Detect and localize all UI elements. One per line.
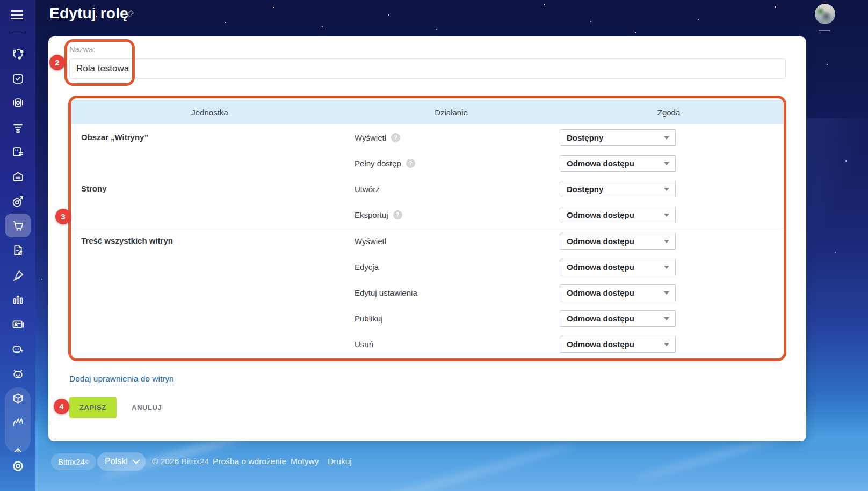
marketing-target-icon <box>11 194 25 209</box>
permission-row: Publikuj Odmowa dostępu <box>349 305 784 331</box>
save-button[interactable]: ZAPISZ <box>69 397 117 418</box>
brand-mark: © <box>85 459 89 465</box>
pin-icon[interactable] <box>124 9 135 20</box>
sidebar-item-marketing[interactable] <box>7 190 28 212</box>
permission-row: Pełny dostęp? Odmowa dostępu <box>349 150 784 176</box>
sidebar-item-marketplace[interactable] <box>7 387 28 409</box>
chevron-down-icon <box>664 291 669 295</box>
sidebar-item-contact-center[interactable] <box>7 313 28 335</box>
sidebar-group-apps <box>5 387 31 452</box>
chevron-down-icon <box>664 214 669 217</box>
name-label: Nazwa: <box>69 45 95 54</box>
footer-link-implementation[interactable]: Prośba o wdrożenie <box>213 457 286 466</box>
permission-value: Dostępny <box>567 133 603 142</box>
action-label: Utwórz <box>355 185 380 194</box>
sidebar-item-storage[interactable] <box>7 166 28 187</box>
sidebar <box>0 0 35 491</box>
permission-value: Odmowa dostępu <box>567 210 634 219</box>
permission-row: Edycja Odmowa dostępu <box>349 254 784 280</box>
wave-streak <box>358 440 577 491</box>
document-edit-icon <box>11 243 25 258</box>
chevron-down-icon <box>664 136 669 140</box>
scribble-icon <box>11 415 25 430</box>
sidebar-item-planner[interactable] <box>7 141 28 162</box>
sidebar-item-tasks[interactable] <box>7 68 28 89</box>
chevron-down-icon <box>664 317 669 320</box>
footer-link-themes[interactable]: Motywy <box>291 457 319 466</box>
permission-select[interactable]: Odmowa dostępu <box>560 336 676 353</box>
permission-select[interactable]: Dostępny <box>560 129 676 146</box>
column-header-unit: Jednostka <box>70 108 349 117</box>
permission-value: Odmowa dostępu <box>567 159 634 168</box>
permission-select[interactable]: Dostępny <box>560 181 676 197</box>
sidebar-item-documents[interactable] <box>7 239 28 261</box>
sidebar-item-more[interactable] <box>7 436 28 452</box>
avatar-underline <box>819 30 830 31</box>
robot-icon <box>11 367 25 381</box>
crm-funnel-icon <box>11 120 25 135</box>
brand-label: Bitrix24 <box>58 457 85 466</box>
edit-role-panel: Nazwa: Jednostka Działanie Zgoda Obszar … <box>48 36 806 441</box>
sidebar-item-store[interactable] <box>7 215 28 236</box>
permission-row: Edytuj ustawienia Odmowa dostępu <box>349 280 784 305</box>
footer-link-print[interactable]: Drukuj <box>328 457 352 466</box>
table-header-row: Jednostka Działanie Zgoda <box>70 100 784 124</box>
footer-brand-pill[interactable]: Bitrix24© <box>51 453 96 470</box>
chevron-down-icon <box>664 162 669 165</box>
permission-row: Wyświetl Odmowa dostępu <box>349 228 784 254</box>
permission-select[interactable]: Odmowa dostępu <box>560 310 676 327</box>
action-label: Publikuj <box>355 314 383 323</box>
permission-group: Obszar „Witryny” Wyświetl? Dostępny Pełn… <box>70 124 784 176</box>
permission-row: Utwórz Dostępny <box>349 176 784 202</box>
network-share-icon <box>11 47 25 61</box>
annotation-badge-3: 3 <box>55 209 71 224</box>
permissions-table: Jednostka Działanie Zgoda Obszar „Witryn… <box>70 100 784 357</box>
sidebar-item-collab[interactable] <box>7 92 28 113</box>
permission-select[interactable]: Odmowa dostępu <box>560 155 676 172</box>
bar-chart-icon <box>11 292 25 307</box>
user-avatar[interactable] <box>815 4 835 24</box>
help-icon[interactable]: ? <box>391 133 400 142</box>
menu-icon[interactable] <box>11 10 23 19</box>
annotation-badge-4: 4 <box>54 399 69 414</box>
sidebar-item-analytics[interactable] <box>7 289 28 310</box>
language-selector[interactable]: Polski <box>97 452 146 471</box>
permission-group: Treść wszystkich witryn Wyświetl Odmowa … <box>70 228 784 357</box>
page-title: Edytuj rolę <box>49 5 128 22</box>
contact-card-icon <box>11 317 25 332</box>
planner-icon <box>11 144 25 159</box>
sidebar-item-bots[interactable] <box>7 363 28 384</box>
sidebar-item-ai[interactable] <box>7 338 28 360</box>
sidebar-item-workflows[interactable] <box>7 412 28 433</box>
chevron-down-icon <box>664 343 669 346</box>
unit-label: Strony <box>81 184 107 193</box>
tasks-check-icon <box>11 71 25 86</box>
permission-row: Eksportuj? Odmowa dostępu <box>349 202 784 228</box>
cancel-button[interactable]: ANULUJ <box>132 397 162 418</box>
permission-select[interactable]: Odmowa dostępu <box>560 233 676 250</box>
sidebar-item-settings[interactable] <box>7 455 28 477</box>
storage-drive-icon <box>11 170 25 184</box>
permission-select[interactable]: Odmowa dostępu <box>560 284 676 301</box>
add-site-permissions-link[interactable]: Dodaj uprawnienia do witryn <box>69 374 174 385</box>
shopping-cart-icon <box>11 218 25 233</box>
role-name-input[interactable] <box>69 58 786 79</box>
sidebar-item-network[interactable] <box>7 43 28 64</box>
permission-value: Odmowa dostępu <box>567 340 634 349</box>
copyright-text: © 2026 Bitrix24 <box>152 457 209 466</box>
collab-camera-icon <box>11 96 25 110</box>
permission-value: Odmowa dostępu <box>567 314 634 323</box>
sidebar-item-crm[interactable] <box>7 116 28 138</box>
permission-select[interactable]: Odmowa dostępu <box>560 207 676 223</box>
action-label: Pełny dostęp <box>355 159 401 168</box>
sidebar-item-sign[interactable] <box>7 265 28 286</box>
permission-select[interactable]: Odmowa dostępu <box>560 259 676 275</box>
unit-label: Obszar „Witryny” <box>81 133 148 142</box>
help-icon[interactable]: ? <box>393 210 402 219</box>
permission-value: Odmowa dostępu <box>567 237 634 246</box>
help-icon[interactable]: ? <box>406 159 415 168</box>
column-header-action: Działanie <box>349 108 553 117</box>
box-icon <box>11 391 25 406</box>
permission-row: Usuń Odmowa dostępu <box>349 331 784 357</box>
branches-icon <box>11 439 25 453</box>
